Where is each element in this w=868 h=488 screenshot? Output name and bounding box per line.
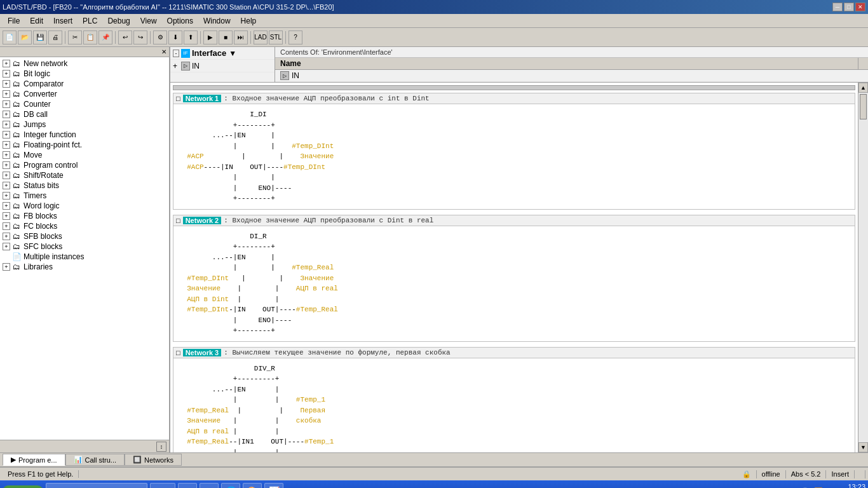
- tab-call-structure[interactable]: 📊 Call stru...: [65, 454, 125, 466]
- tree-item-floating-point[interactable]: + 🗂 Floating-point fct.: [0, 140, 169, 150]
- expand-counter[interactable]: +: [3, 100, 10, 108]
- tree-item-timers[interactable]: + 🗂 Timers: [0, 191, 169, 201]
- expand-converter[interactable]: +: [3, 90, 10, 98]
- toolbar-redo[interactable]: ↪: [133, 30, 147, 44]
- taskbar-app-ie[interactable]: e: [178, 483, 197, 488]
- expand-fc-blocks[interactable]: +: [3, 222, 10, 230]
- tree-item-bit-logic[interactable]: + 🗂 Bit logic: [0, 69, 169, 79]
- menu-insert[interactable]: Insert: [48, 15, 78, 27]
- expand-db-call[interactable]: +: [3, 111, 10, 118]
- expand-floating-point[interactable]: +: [3, 141, 10, 149]
- toolbar-copy[interactable]: 📋: [83, 30, 97, 44]
- toolbar-undo[interactable]: ↩: [118, 30, 132, 44]
- close-button[interactable]: ✕: [855, 3, 865, 11]
- tab-program[interactable]: ▶ Program e...: [3, 454, 65, 466]
- toolbar-open[interactable]: 📂: [18, 30, 32, 44]
- tree-item-new-network[interactable]: + 🗂 New network: [0, 58, 169, 69]
- network-canvas[interactable]: □ Network 1 : Входное значение АЦП преоб…: [170, 83, 858, 452]
- tree-item-counter[interactable]: + 🗂 Counter: [0, 99, 169, 109]
- toolbar-help[interactable]: ?: [288, 30, 302, 44]
- expand-shift-rotate[interactable]: +: [3, 172, 10, 179]
- tree-item-sfc-blocks[interactable]: + 🗂 SFC blocks: [0, 241, 169, 252]
- toolbar-step[interactable]: ⏭: [234, 30, 248, 44]
- toolbar-paste[interactable]: 📌: [98, 30, 112, 44]
- scroll-thumb[interactable]: [860, 94, 867, 119]
- toolbar-stl[interactable]: STL: [269, 30, 283, 44]
- menu-file[interactable]: File: [3, 15, 25, 27]
- tree-item-libraries[interactable]: + 🗂 Libraries: [0, 262, 169, 272]
- toolbar-compile[interactable]: ⚙: [153, 30, 167, 44]
- toolbar-print[interactable]: 🖨: [48, 30, 62, 44]
- toolbar-cut[interactable]: ✂: [68, 30, 82, 44]
- panel-close-button[interactable]: ✕: [161, 48, 166, 55]
- network-3-header: □ Network 3 : Вычисляем текущее значение…: [173, 348, 855, 358]
- taskbar-app-lad[interactable]: LAD/STL/FBD...: [46, 483, 147, 488]
- expand-integer-function[interactable]: +: [3, 131, 10, 139]
- toolbar-new[interactable]: 📄: [3, 30, 17, 44]
- tree-item-db-call[interactable]: + 🗂 DB call: [0, 109, 169, 119]
- menu-debug[interactable]: Debug: [102, 15, 135, 27]
- menu-edit[interactable]: Edit: [25, 15, 48, 27]
- expand-move[interactable]: +: [3, 151, 10, 159]
- tree-item-sfb-blocks[interactable]: + 🗂 SFB blocks: [0, 231, 169, 241]
- expand-status-bits[interactable]: +: [3, 182, 10, 189]
- toolbar-download[interactable]: ⬇: [168, 30, 182, 44]
- toolbar-run[interactable]: ▶: [203, 30, 217, 44]
- network-3-collapse[interactable]: □: [176, 349, 180, 356]
- network-1-collapse[interactable]: □: [176, 95, 180, 102]
- toolbar-upload[interactable]: ⬆: [184, 30, 198, 44]
- taskbar-app-tia[interactable]: TIA: [150, 483, 175, 488]
- expand-timers[interactable]: +: [3, 192, 10, 200]
- expand-program-control[interactable]: +: [3, 161, 10, 169]
- expand-sfc-blocks[interactable]: +: [3, 243, 10, 250]
- network-2-collapse[interactable]: □: [176, 217, 180, 224]
- toolbar-lad[interactable]: LAD: [254, 30, 268, 44]
- expand-word-logic[interactable]: +: [3, 202, 10, 210]
- left-panel-scroll-button[interactable]: ↕: [156, 442, 166, 452]
- tree-item-fc-blocks[interactable]: + 🗂 FC blocks: [0, 221, 169, 231]
- menu-options[interactable]: Options: [162, 15, 198, 27]
- menu-plc[interactable]: PLC: [78, 15, 102, 27]
- tree-item-shift-rotate[interactable]: + 🗂 Shift/Rotate: [0, 170, 169, 180]
- expand-libraries[interactable]: +: [3, 263, 10, 271]
- expand-new-network[interactable]: +: [3, 60, 10, 67]
- tree-item-converter[interactable]: + 🗂 Converter: [0, 89, 169, 99]
- in-icon: ▷: [181, 62, 190, 71]
- expand-jumps[interactable]: +: [3, 121, 10, 128]
- tree-item-status-bits[interactable]: + 🗂 Status bits: [0, 180, 169, 191]
- taskbar-app-chrome[interactable]: 🌐: [221, 483, 240, 488]
- taskbar-app-paint[interactable]: 🎨: [243, 483, 262, 488]
- toolbar: 📄 📂 💾 🖨 ✂ 📋 📌 ↩ ↪ ⚙ ⬇ ⬆ ▶ ■ ⏭ LAD STL ?: [0, 28, 868, 47]
- expand-sfb-blocks[interactable]: +: [3, 233, 10, 240]
- tree-item-move[interactable]: + 🗂 Move: [0, 150, 169, 160]
- minimize-button[interactable]: ─: [832, 3, 843, 11]
- in-expand[interactable]: +: [173, 62, 179, 71]
- interface-collapse-button[interactable]: -: [173, 50, 179, 57]
- status-lock-icon: 🔒: [737, 470, 757, 478]
- expand-comparator[interactable]: +: [3, 80, 10, 88]
- right-scrollbar[interactable]: ▲ ▼: [858, 83, 868, 452]
- tab-networks[interactable]: 🔲 Networks: [125, 454, 182, 466]
- interface-expand-arrow[interactable]: ▼: [229, 49, 236, 58]
- tree-item-jumps[interactable]: + 🗂 Jumps: [0, 119, 169, 130]
- expand-fb-blocks[interactable]: +: [3, 212, 10, 220]
- taskbar-app-chart[interactable]: 📈: [264, 483, 283, 488]
- toolbar-save[interactable]: 💾: [33, 30, 47, 44]
- menu-help[interactable]: Help: [236, 15, 262, 27]
- tree-item-program-control[interactable]: + 🗂 Program control: [0, 160, 169, 170]
- start-button[interactable]: ⊞ start: [3, 485, 43, 488]
- maximize-button[interactable]: □: [844, 3, 854, 11]
- menu-window[interactable]: Window: [198, 15, 236, 27]
- toolbar-stop[interactable]: ■: [219, 30, 233, 44]
- tree-item-fb-blocks[interactable]: + 🗂 FB blocks: [0, 211, 169, 221]
- tree-item-integer-function[interactable]: + 🗂 Integer function: [0, 130, 169, 140]
- scroll-up-button[interactable]: ▲: [858, 83, 868, 93]
- expand-bit-logic[interactable]: +: [3, 70, 10, 78]
- taskbar-app-folder[interactable]: 📁: [200, 483, 219, 488]
- tree-item-word-logic[interactable]: + 🗂 Word logic: [0, 201, 169, 211]
- tree-item-comparator[interactable]: + 🗂 Comparator: [0, 79, 169, 89]
- tree-label-comparator: Comparator: [24, 79, 64, 88]
- scroll-down-button[interactable]: ▼: [858, 442, 868, 452]
- menu-view[interactable]: View: [135, 15, 162, 27]
- tree-item-multiple-instances[interactable]: 📄 Multiple instances: [0, 252, 169, 262]
